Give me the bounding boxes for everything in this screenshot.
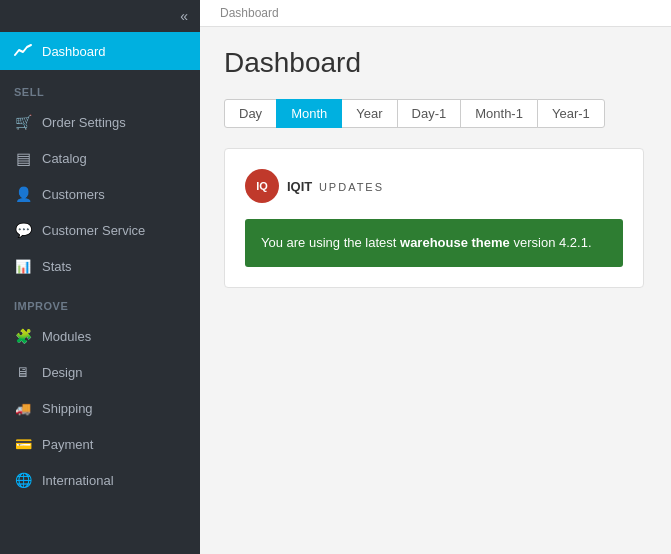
iqit-updates-sublabel: UPDATES — [319, 181, 384, 193]
tab-month[interactable]: Month — [276, 99, 342, 128]
payment-icon — [14, 435, 32, 453]
updates-card: IQ IQIT UPDATES You are using the latest… — [224, 148, 644, 288]
sidebar-item-label: Payment — [42, 437, 93, 452]
sidebar-item-international[interactable]: International — [0, 462, 200, 498]
service-icon — [14, 221, 32, 239]
sidebar-item-label: Stats — [42, 259, 72, 274]
sidebar-item-order-settings[interactable]: Order Settings — [0, 104, 200, 140]
sidebar-item-label: Customer Service — [42, 223, 145, 238]
sidebar-item-label: Shipping — [42, 401, 93, 416]
improve-section-label: IMPROVE — [0, 284, 200, 318]
modules-icon — [14, 327, 32, 345]
sidebar-collapse-button[interactable]: « — [0, 0, 200, 32]
tab-day-1[interactable]: Day-1 — [397, 99, 462, 128]
tab-year-1[interactable]: Year-1 — [537, 99, 605, 128]
sidebar-item-label: Order Settings — [42, 115, 126, 130]
customers-icon — [14, 185, 32, 203]
design-icon — [14, 363, 32, 381]
sidebar-item-label: Modules — [42, 329, 91, 344]
sidebar-item-customers[interactable]: Customers — [0, 176, 200, 212]
sidebar-item-label: Customers — [42, 187, 105, 202]
sidebar-item-shipping[interactable]: Shipping — [0, 390, 200, 426]
international-icon — [14, 471, 32, 489]
cart-icon — [14, 113, 32, 131]
sidebar-active-label: Dashboard — [42, 44, 106, 59]
theme-name: warehouse theme — [400, 235, 510, 250]
iqit-brand-label: IQIT UPDATES — [287, 179, 384, 194]
sidebar-item-label: International — [42, 473, 114, 488]
sidebar-item-stats[interactable]: Stats — [0, 248, 200, 284]
sidebar-item-payment[interactable]: Payment — [0, 426, 200, 462]
shipping-icon — [14, 399, 32, 417]
sidebar-item-modules[interactable]: Modules — [0, 318, 200, 354]
sidebar-item-design[interactable]: Design — [0, 354, 200, 390]
sidebar-item-label: Design — [42, 365, 82, 380]
sidebar-item-label: Catalog — [42, 151, 87, 166]
tab-month-1[interactable]: Month-1 — [460, 99, 538, 128]
tab-day[interactable]: Day — [224, 99, 277, 128]
catalog-icon — [14, 149, 32, 167]
update-message: You are using the latest warehouse theme… — [245, 219, 623, 267]
sidebar-item-catalog[interactable]: Catalog — [0, 140, 200, 176]
breadcrumb: Dashboard — [200, 0, 671, 27]
sidebar-item-dashboard[interactable]: Dashboard — [0, 32, 200, 70]
iqit-header: IQ IQIT UPDATES — [245, 169, 623, 203]
iqit-brand: IQIT UPDATES — [287, 179, 384, 194]
sidebar-item-customer-service[interactable]: Customer Service — [0, 212, 200, 248]
sell-section-label: SELL — [0, 70, 200, 104]
page-title: Dashboard — [224, 47, 647, 79]
main-content: Dashboard Dashboard Day Month Year Day-1… — [200, 0, 671, 554]
collapse-icon: « — [180, 8, 188, 24]
sidebar: « Dashboard SELL Order Settings Catalog … — [0, 0, 200, 554]
trend-icon — [14, 42, 32, 60]
tab-year[interactable]: Year — [341, 99, 397, 128]
iqit-logo: IQ — [245, 169, 279, 203]
content-area: Dashboard Day Month Year Day-1 Month-1 Y… — [200, 27, 671, 554]
stats-icon — [14, 257, 32, 275]
period-tabs: Day Month Year Day-1 Month-1 Year-1 — [224, 99, 647, 128]
